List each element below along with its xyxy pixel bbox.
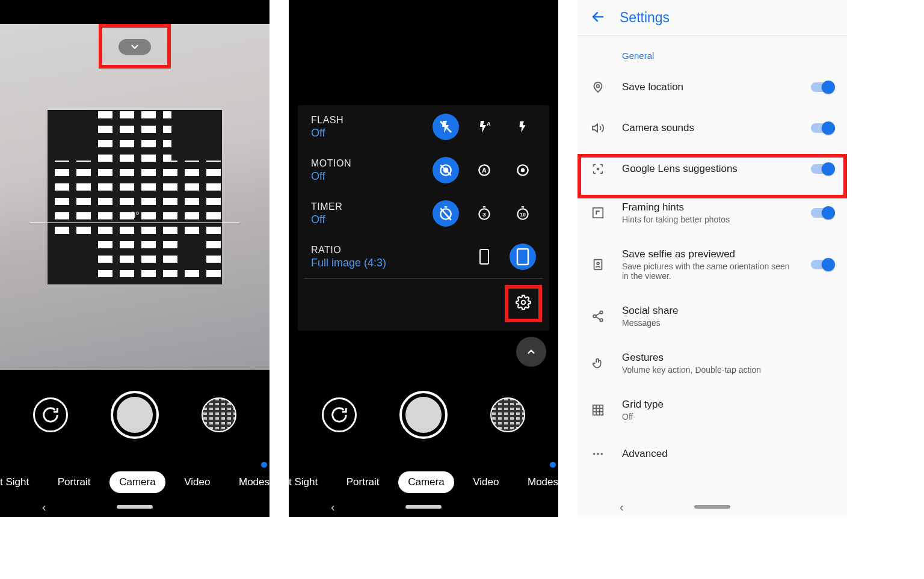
- item-label: Google Lens suggestions: [622, 163, 794, 175]
- last-photo-thumbnail[interactable]: [202, 397, 236, 432]
- flash-auto-icon: A: [477, 120, 491, 134]
- flash-label: FLASH: [311, 115, 343, 126]
- switch-camera-icon: [330, 406, 348, 424]
- timer-10s-button[interactable]: 10: [510, 200, 536, 227]
- mode-selector[interactable]: t Sight Portrait Camera Video Modes: [0, 471, 270, 493]
- nav-home-pill[interactable]: [117, 505, 153, 509]
- ratio-full-button[interactable]: [510, 244, 536, 270]
- mode-more[interactable]: Modes: [518, 471, 558, 493]
- motion-auto-button[interactable]: A: [471, 157, 497, 183]
- shutter-button[interactable]: [399, 391, 448, 439]
- timer-label: TIMER: [311, 201, 342, 212]
- share-icon: [591, 310, 605, 323]
- motion-value: Off: [311, 170, 351, 183]
- flash-row: FLASH Off A: [298, 105, 549, 149]
- item-label: Social share: [622, 305, 834, 317]
- settings-button[interactable]: [516, 295, 531, 313]
- svg-point-40: [601, 453, 603, 455]
- shutter-inner: [117, 397, 153, 433]
- motion-on-icon: [515, 162, 531, 178]
- save-location-item[interactable]: Save location: [578, 67, 847, 108]
- mode-portrait[interactable]: Portrait: [48, 471, 100, 493]
- switch-camera-button[interactable]: [322, 397, 357, 432]
- mode-camera[interactable]: Camera: [109, 471, 165, 493]
- flash-on-button[interactable]: [510, 114, 536, 140]
- framing-hints-item[interactable]: Framing hints Hints for taking better ph…: [578, 189, 847, 236]
- viewfinder[interactable]: 0°: [0, 24, 270, 370]
- last-photo-thumbnail[interactable]: [490, 397, 525, 432]
- item-label: Camera sounds: [622, 122, 794, 134]
- camera-screen-qr: 0° t Sight Portrait Camera Video Modes: [0, 0, 270, 517]
- mode-video[interactable]: Video: [463, 471, 508, 493]
- flash-value: Off: [311, 127, 343, 139]
- expand-panel-button[interactable]: [119, 39, 151, 55]
- timer-value: Off: [311, 213, 342, 226]
- svg-point-39: [597, 453, 599, 455]
- svg-point-20: [522, 301, 526, 305]
- ratio-row: RATIO Full image (4:3): [298, 235, 549, 278]
- system-navbar: ‹: [578, 497, 847, 517]
- mode-nightsight[interactable]: t Sight: [0, 471, 38, 493]
- motion-off-button[interactable]: [433, 157, 459, 183]
- nav-back-icon[interactable]: ‹: [42, 500, 46, 514]
- switch-camera-button[interactable]: [33, 397, 68, 432]
- mode-more[interactable]: Modes: [229, 471, 270, 493]
- system-navbar: ‹: [289, 497, 558, 517]
- mode-portrait[interactable]: Portrait: [337, 471, 389, 493]
- timer-off-icon: [438, 206, 454, 221]
- frame-icon: [591, 206, 605, 219]
- framing-toggle[interactable]: [811, 208, 834, 218]
- motion-on-button[interactable]: [510, 157, 536, 183]
- timer-3s-button[interactable]: 3: [471, 200, 497, 227]
- item-label: Grid type: [622, 399, 834, 411]
- grid-type-item[interactable]: Grid type Off: [578, 387, 847, 433]
- system-navbar: ‹: [0, 497, 270, 517]
- gestures-item[interactable]: Gestures Volume key action, Double-tap a…: [578, 340, 847, 387]
- flash-auto-button[interactable]: A: [471, 114, 497, 140]
- flash-on-icon: [516, 120, 529, 133]
- lens-toggle[interactable]: [811, 164, 834, 174]
- motion-auto-icon: A: [476, 162, 492, 178]
- new-feature-dot: [261, 462, 267, 468]
- save-location-toggle[interactable]: [811, 82, 834, 92]
- gesture-icon: [591, 357, 605, 370]
- item-label: Advanced: [622, 448, 834, 460]
- mode-video[interactable]: Video: [174, 471, 220, 493]
- camera-sounds-toggle[interactable]: [811, 123, 834, 133]
- new-feature-dot: [550, 462, 556, 468]
- selfie-icon: [591, 258, 605, 271]
- svg-rect-33: [593, 405, 603, 415]
- svg-rect-18: [480, 250, 488, 264]
- qr-code: [48, 110, 222, 284]
- collapse-panel-button[interactable]: [516, 337, 546, 367]
- advanced-item[interactable]: Advanced: [578, 433, 847, 474]
- nav-home-pill[interactable]: [405, 505, 442, 509]
- flash-off-button[interactable]: [433, 114, 459, 140]
- nav-back-icon[interactable]: ‹: [331, 500, 335, 514]
- back-button[interactable]: [591, 10, 605, 26]
- camera-bottom-bar: t Sight Portrait Camera Video Modes ‹: [0, 370, 270, 517]
- mode-nightsight[interactable]: t Sight: [289, 471, 327, 493]
- shutter-button[interactable]: [111, 391, 159, 439]
- google-lens-item[interactable]: Google Lens suggestions: [578, 149, 847, 189]
- nav-home-pill[interactable]: [694, 505, 730, 509]
- nav-back-icon[interactable]: ‹: [620, 500, 624, 514]
- camera-sounds-item[interactable]: Camera sounds: [578, 108, 847, 149]
- svg-text:A: A: [482, 167, 487, 174]
- quick-settings-panel: FLASH Off A MOTION: [298, 105, 549, 331]
- social-share-item[interactable]: Social share Messages: [578, 293, 847, 340]
- lens-icon: [591, 162, 605, 176]
- timer-row: TIMER Off 3 10: [298, 192, 549, 235]
- item-label: Save location: [622, 81, 794, 93]
- ratio-value: Full image (4:3): [311, 257, 386, 269]
- camera-bottom-bar: t Sight Portrait Camera Video Modes ‹: [289, 370, 558, 517]
- motion-off-icon: [438, 162, 454, 178]
- mode-camera[interactable]: Camera: [398, 471, 454, 493]
- ratio-crop-button[interactable]: [471, 244, 497, 270]
- selfie-toggle[interactable]: [811, 260, 834, 269]
- mode-selector[interactable]: t Sight Portrait Camera Video Modes: [289, 471, 558, 493]
- save-selfie-item[interactable]: Save selfie as previewed Save pictures w…: [578, 236, 847, 293]
- sound-icon: [591, 121, 605, 135]
- timer-off-button[interactable]: [433, 200, 459, 227]
- arrow-left-icon: [591, 10, 605, 24]
